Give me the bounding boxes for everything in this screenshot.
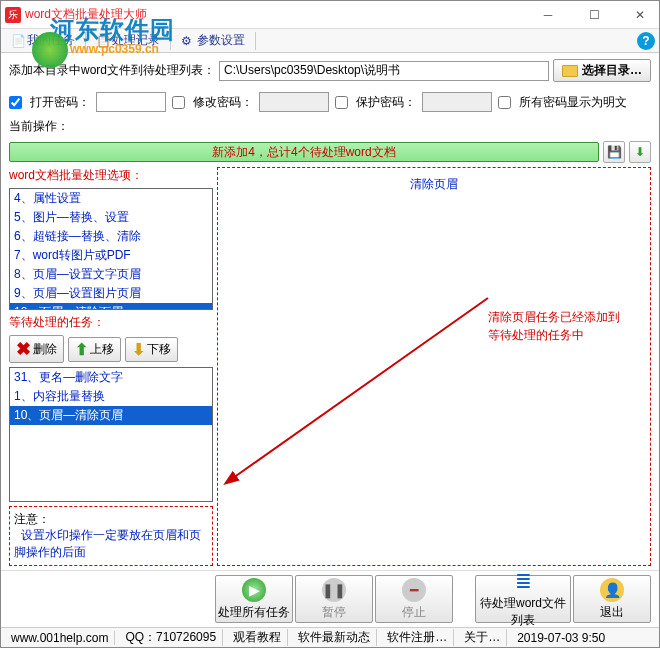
option-item[interactable]: 10、页眉—清除页眉	[10, 303, 212, 310]
annotation-arrow	[218, 168, 658, 568]
window-title: word文档批量处理大师	[25, 6, 533, 23]
options-listbox[interactable]: 4、属性设置5、图片—替换、设置6、超链接—替换、清除7、word转图片或PDF…	[9, 188, 213, 310]
status-register[interactable]: 软件注册…	[381, 629, 454, 646]
bottom-toolbar: ▶ 处理所有任务 ❚❚ 暂停 ━ 停止 ≣ 待处理word文件列表 👤 退出	[1, 570, 659, 627]
option-item[interactable]: 7、word转图片或PDF	[10, 246, 212, 265]
open-password-input[interactable]	[96, 92, 166, 112]
download-icon: ⬇	[635, 145, 645, 159]
menu-param-settings[interactable]: ⚙ 参数设置	[175, 32, 251, 49]
path-label: 添加本目录中word文件到待处理列表：	[9, 62, 215, 79]
plain-password-label: 所有密码显示为明文	[519, 94, 627, 111]
exit-button[interactable]: 👤 退出	[573, 575, 651, 623]
stop-button[interactable]: ━ 停止	[375, 575, 453, 623]
gear-icon: ⚙	[181, 34, 195, 48]
pending-list-button[interactable]: ≣ 待处理word文件列表	[475, 575, 571, 623]
status-news[interactable]: 软件最新动态	[292, 629, 377, 646]
status-site[interactable]: www.001help.com	[5, 631, 115, 645]
log-icon: 📋	[96, 34, 110, 48]
maximize-button[interactable]: ☐	[579, 5, 609, 25]
status-line: 新添加4，总计4个待处理word文档 💾 ⬇	[9, 141, 651, 163]
save-button[interactable]: 💾	[603, 141, 625, 163]
path-row: 添加本目录中word文件到待处理列表： 选择目录…	[1, 53, 659, 88]
tasks-listbox[interactable]: 31、更名—删除文字1、内容批量替换10、页眉—清除页眉	[9, 367, 213, 501]
status-qq: QQ：710726095	[119, 629, 223, 646]
option-item[interactable]: 6、超链接—替换、清除	[10, 227, 212, 246]
save-icon: 💾	[607, 145, 622, 159]
list-icon: ≣	[511, 569, 535, 593]
arrow-up-icon: ⬆	[75, 340, 88, 359]
option-item[interactable]: 4、属性设置	[10, 189, 212, 208]
annotation-text: 清除页眉任务已经添加到等待处理的任务中	[488, 308, 620, 344]
option-item[interactable]: 9、页眉—设置图片页眉	[10, 284, 212, 303]
move-up-button[interactable]: ⬆上移	[68, 337, 121, 362]
stop-icon: ━	[402, 578, 426, 602]
password-row: 打开密码： 修改密码： 保护密码： 所有密码显示为明文	[1, 88, 659, 116]
current-operation-label: 当前操作：	[1, 116, 659, 141]
options-group-label: word文档批量处理选项：	[9, 167, 213, 184]
svg-line-0	[233, 298, 488, 478]
close-button[interactable]: ✕	[625, 5, 655, 25]
exit-icon: 👤	[600, 578, 624, 602]
protect-password-label: 保护密码：	[356, 94, 416, 111]
statusbar: www.001help.com QQ：710726095 观看教程 软件最新动态…	[1, 627, 659, 647]
option-item[interactable]: 5、图片—替换、设置	[10, 208, 212, 227]
open-password-checkbox[interactable]	[9, 96, 22, 109]
minimize-button[interactable]: ─	[533, 5, 563, 25]
process-all-button[interactable]: ▶ 处理所有任务	[215, 575, 293, 623]
plain-password-checkbox[interactable]	[498, 96, 511, 109]
menu-my-tasks[interactable]: 📄 我的任务	[5, 32, 81, 49]
menu-process-log[interactable]: 📋 处理记录	[90, 32, 166, 49]
status-about[interactable]: 关于…	[458, 629, 507, 646]
tasks-group-label: 等待处理的任务：	[9, 314, 213, 331]
x-icon: ✖	[16, 338, 31, 360]
browse-folder-button[interactable]: 选择目录…	[553, 59, 651, 82]
download-button[interactable]: ⬇	[629, 141, 651, 163]
menubar: 📄 我的任务 📋 处理记录 ⚙ 参数设置 ?	[1, 29, 659, 53]
preview-panel: 清除页眉 清除页眉任务已经添加到等待处理的任务中	[217, 167, 651, 566]
modify-password-input[interactable]	[259, 92, 329, 112]
task-item[interactable]: 1、内容批量替换	[10, 387, 212, 406]
arrow-down-icon: ⬇	[132, 340, 145, 359]
note-box: 注意： 设置水印操作一定要放在页眉和页脚操作的后面	[9, 506, 213, 566]
status-message: 新添加4，总计4个待处理word文档	[9, 142, 599, 162]
play-icon: ▶	[242, 578, 266, 602]
titlebar: 乐 word文档批量处理大师 ─ ☐ ✕	[1, 1, 659, 29]
status-datetime: 2019-07-03 9:50	[511, 631, 611, 645]
protect-password-checkbox[interactable]	[335, 96, 348, 109]
modify-password-checkbox[interactable]	[172, 96, 185, 109]
option-item[interactable]: 8、页眉—设置文字页眉	[10, 265, 212, 284]
folder-icon	[562, 65, 578, 77]
pause-button[interactable]: ❚❚ 暂停	[295, 575, 373, 623]
task-item[interactable]: 31、更名—删除文字	[10, 368, 212, 387]
path-input[interactable]	[219, 61, 549, 81]
modify-password-label: 修改密码：	[193, 94, 253, 111]
tasks-icon: 📄	[11, 34, 25, 48]
pause-icon: ❚❚	[322, 578, 346, 602]
protect-password-input[interactable]	[422, 92, 492, 112]
app-icon: 乐	[5, 7, 21, 23]
open-password-label: 打开密码：	[30, 94, 90, 111]
help-icon[interactable]: ?	[637, 32, 655, 50]
move-down-button[interactable]: ⬇下移	[125, 337, 178, 362]
task-item[interactable]: 10、页眉—清除页眉	[10, 406, 212, 425]
delete-task-button[interactable]: ✖删除	[9, 335, 64, 363]
status-tutorial[interactable]: 观看教程	[227, 629, 288, 646]
